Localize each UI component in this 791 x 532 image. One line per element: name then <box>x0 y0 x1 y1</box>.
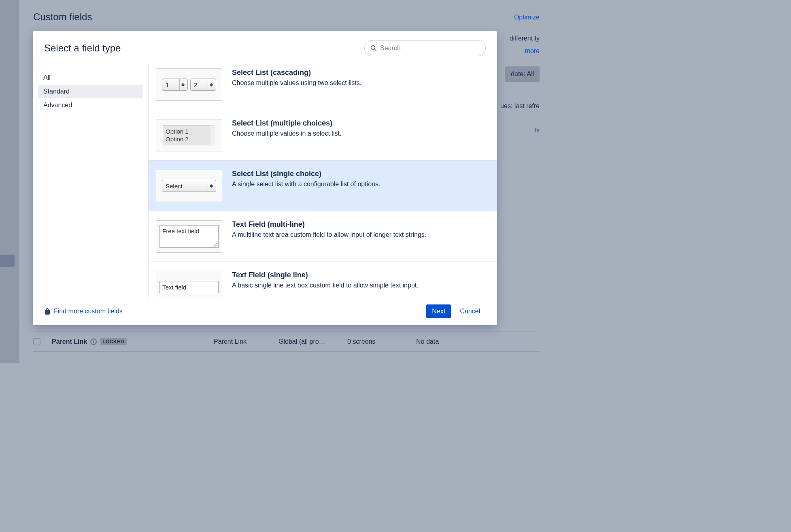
search-box[interactable] <box>364 40 486 56</box>
filter-chip-date[interactable]: date: All <box>505 66 540 82</box>
field-preview: 12 <box>156 68 222 101</box>
table-row[interactable]: Parent Link i LOCKED Parent Link Global … <box>33 332 540 352</box>
bg-text-fragment: different ty <box>510 35 540 42</box>
locked-badge: LOCKED <box>100 338 127 345</box>
bg-more-link[interactable]: more <box>525 47 540 55</box>
field-name: Parent Link <box>52 338 87 345</box>
row-data: No data <box>416 338 439 345</box>
search-input[interactable] <box>380 45 480 52</box>
row-checkbox[interactable] <box>33 338 40 345</box>
field-type-desc: Choose multiple values in a select list. <box>232 129 490 138</box>
marketplace-icon <box>44 308 51 315</box>
find-more-link[interactable]: Find more custom fields <box>44 308 123 315</box>
field-option-cascading[interactable]: 12Select List (cascading)Choose multiple… <box>149 65 497 110</box>
modal-header: Select a field type <box>33 31 497 65</box>
modal-body: AllStandardAdvanced 12Select List (casca… <box>33 65 497 297</box>
next-button[interactable]: Next <box>426 304 451 318</box>
field-option-singleselect[interactable]: SelectSelect List (single choice)A singl… <box>149 161 497 211</box>
field-preview: Free text field <box>156 220 222 253</box>
field-type-desc: A basic single line text box custom fiel… <box>232 281 490 290</box>
category-standard[interactable]: Standard <box>38 85 142 98</box>
app-sidebar <box>0 0 19 363</box>
optimize-link[interactable]: Optimize <box>514 14 540 21</box>
field-type-list: 12Select List (cascading)Choose multiple… <box>149 65 497 297</box>
category-advanced[interactable]: Advanced <box>38 98 142 112</box>
info-icon[interactable]: i <box>90 338 97 345</box>
field-type-desc: Choose multiple values using two select … <box>232 79 490 87</box>
search-icon <box>370 45 377 51</box>
field-type-title: Select List (single choice) <box>232 170 490 178</box>
field-option-textfield[interactable]: Text fieldText Field (single line)A basi… <box>149 262 497 297</box>
page-title: Custom fields <box>33 11 92 23</box>
cancel-button[interactable]: Cancel <box>454 304 486 318</box>
field-type-title: Text Field (single line) <box>232 271 490 279</box>
row-screens: 0 screens <box>347 338 416 345</box>
field-preview: Select <box>156 170 222 202</box>
bg-text-fragment: ues: last refre <box>500 102 540 110</box>
field-option-multiselect[interactable]: Option 1Option 2Select List (multiple ch… <box>149 110 497 161</box>
field-type-title: Select List (cascading) <box>232 68 490 77</box>
category-all[interactable]: All <box>38 71 142 85</box>
field-type-title: Text Field (multi-line) <box>232 220 490 229</box>
field-preview: Option 1Option 2 <box>156 119 222 151</box>
modal-footer: Find more custom fields Next Cancel <box>33 297 497 325</box>
category-sidebar: AllStandardAdvanced <box>33 65 149 297</box>
bg-text-fragment: te <box>535 127 540 134</box>
field-type-modal: Select a field type AllStandardAdvanced … <box>33 31 497 325</box>
field-type-desc: A multiline text area custom field to al… <box>232 230 490 239</box>
field-preview: Text field <box>156 271 222 297</box>
row-type: Parent Link <box>214 338 279 345</box>
field-type-desc: A single select list with a configurable… <box>232 180 490 189</box>
row-context: Global (all pro… <box>279 338 347 345</box>
field-option-textarea[interactable]: Free text fieldText Field (multi-line)A … <box>149 211 497 262</box>
sidebar-active-indicator <box>0 255 15 267</box>
modal-title: Select a field type <box>44 43 121 54</box>
field-type-title: Select List (multiple choices) <box>232 119 490 128</box>
find-more-label: Find more custom fields <box>54 308 123 315</box>
